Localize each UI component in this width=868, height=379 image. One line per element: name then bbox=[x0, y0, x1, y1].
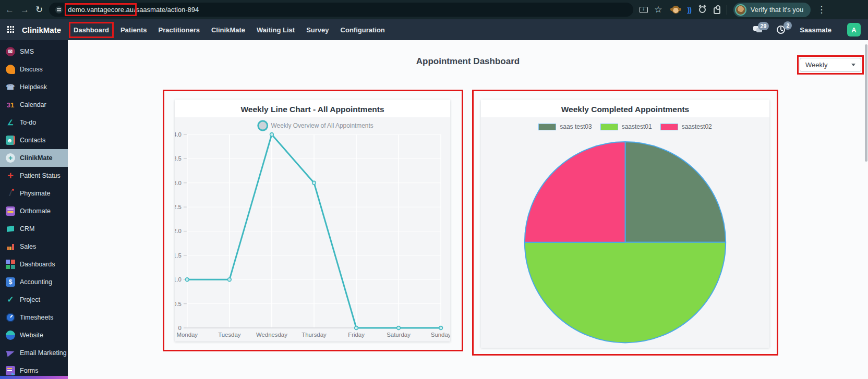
messages-badge: 29 bbox=[758, 22, 769, 30]
legend-swatch bbox=[660, 124, 678, 130]
nav-item-clinikmate[interactable]: ClinikMate bbox=[208, 23, 248, 36]
svg-text:4.0: 4.0 bbox=[175, 131, 182, 138]
sidebar-item-label: CRM bbox=[20, 225, 34, 233]
nav-item-practitioners[interactable]: Practitioners bbox=[155, 23, 203, 36]
sidebar-item-discuss[interactable]: Discuss bbox=[0, 60, 68, 78]
install-icon[interactable] bbox=[640, 7, 648, 13]
sidebar-item-label: Project bbox=[20, 296, 40, 303]
sidebar-item-dashboards[interactable]: Dashboards bbox=[0, 255, 68, 273]
pie-legend: saas test03 saastest01 saastest02 bbox=[481, 117, 769, 132]
sidebar-item-label: Discuss bbox=[20, 66, 43, 73]
legend-item-saas-test03[interactable]: saas test03 bbox=[538, 123, 592, 130]
sales-icon bbox=[6, 242, 15, 251]
pie-slice-saas-test03[interactable] bbox=[625, 142, 726, 242]
project-icon bbox=[6, 295, 15, 304]
sidebar-item-label: Contacts bbox=[20, 137, 45, 144]
back-icon[interactable]: ← bbox=[5, 5, 14, 14]
nav-item-waiting-list[interactable]: Waiting List bbox=[254, 23, 298, 36]
activities-button[interactable]: 2 bbox=[777, 26, 785, 34]
screen: ← → ↻ demo.vantagecore.au/saasmate/actio… bbox=[0, 0, 868, 379]
user-avatar[interactable]: A bbox=[847, 23, 861, 36]
sidebar-item-label: SMS bbox=[20, 48, 34, 55]
accounting-icon bbox=[6, 277, 15, 287]
pie-slice-saastest01[interactable] bbox=[525, 242, 726, 343]
nav-item-dashboard[interactable]: Dashboard bbox=[70, 23, 112, 36]
sidebar-item-website[interactable]: Website bbox=[0, 326, 68, 344]
sidebar-item-label: To-do bbox=[20, 119, 36, 126]
orthomate-icon bbox=[6, 206, 15, 216]
vertical-scrollbar[interactable] bbox=[865, 44, 867, 162]
contacts-icon bbox=[6, 136, 15, 145]
legend-item-saastest02[interactable]: saastest02 bbox=[660, 123, 712, 130]
nav-item-patients[interactable]: Patients bbox=[117, 23, 150, 36]
dashboards-icon bbox=[6, 260, 15, 269]
apps-grid-icon[interactable] bbox=[7, 26, 15, 33]
sidebar-item-physimate[interactable]: Physimate bbox=[0, 185, 68, 202]
sidebar-item-calendar[interactable]: Calendar bbox=[0, 96, 68, 114]
monkey-extension-icon[interactable] bbox=[672, 6, 680, 14]
sidebar-item-email-marketing[interactable]: Email Marketing bbox=[0, 344, 68, 362]
sidebar-item-clinikmate[interactable]: ClinikMate bbox=[0, 149, 68, 167]
sidebar-item-accounting[interactable]: Accounting bbox=[0, 273, 68, 291]
svg-text:Sunday: Sunday bbox=[431, 332, 450, 338]
browser-menu-icon[interactable]: ⋮ bbox=[817, 5, 826, 14]
sidebar-item-label: Helpdesk bbox=[20, 83, 47, 91]
sidebar-item-sms[interactable]: SMS bbox=[0, 43, 68, 60]
svg-text:Friday: Friday bbox=[348, 332, 365, 338]
legend-label: saas test03 bbox=[560, 123, 592, 130]
period-select-annotation-box: Weekly bbox=[797, 55, 864, 75]
sidebar-item-helpdesk[interactable]: Helpdesk bbox=[0, 78, 68, 96]
profile-button[interactable]: Verify that it's you bbox=[733, 3, 811, 17]
sidebar-item-orthomate[interactable]: Orthomate bbox=[0, 202, 68, 220]
sidebar-item-label: Forms bbox=[20, 367, 38, 374]
legend-label: saastest01 bbox=[622, 123, 652, 130]
page-title: Appointment Dashboard bbox=[68, 56, 868, 67]
helpdesk-icon bbox=[6, 82, 15, 92]
forward-icon[interactable]: → bbox=[20, 5, 29, 14]
reload-icon[interactable]: ↻ bbox=[35, 5, 43, 14]
period-select-value: Weekly bbox=[805, 61, 827, 69]
sidebar-item-to-do[interactable]: To-do bbox=[0, 114, 68, 131]
svg-text:Thursday: Thursday bbox=[302, 332, 327, 338]
discuss-icon bbox=[6, 65, 15, 74]
app-name[interactable]: ClinikMate bbox=[22, 26, 61, 34]
extensions-puzzle-icon[interactable] bbox=[714, 7, 720, 14]
alarm-extension-icon[interactable] bbox=[699, 6, 706, 13]
sidebar-item-crm[interactable]: CRM bbox=[0, 220, 68, 238]
clinikmate-icon bbox=[6, 153, 15, 163]
svg-text:1.0: 1.0 bbox=[175, 276, 182, 283]
sidebar-item-patient-status[interactable]: Patient Status bbox=[0, 167, 68, 185]
patient-status-icon bbox=[6, 171, 15, 180]
sidebar-item-label: Timesheets bbox=[20, 314, 53, 321]
sidebar-item-project[interactable]: Project bbox=[0, 291, 68, 309]
legend-label: saastest02 bbox=[682, 123, 712, 130]
sidebar-item-timesheets[interactable]: Timesheets bbox=[0, 309, 68, 326]
signal-extension-icon[interactable]: )) bbox=[688, 6, 691, 14]
svg-text:2.0: 2.0 bbox=[175, 228, 182, 234]
line-chart[interactable]: MondayTuesdayWednesdayThursdayFridaySatu… bbox=[175, 117, 450, 341]
pie-slice-saastest02[interactable] bbox=[525, 142, 625, 242]
pie-chart[interactable] bbox=[481, 132, 769, 348]
url-path: /saasmate/action-894 bbox=[134, 6, 199, 14]
bookmark-star-icon[interactable]: ☆ bbox=[654, 5, 662, 14]
line-chart-card: Weekly Line Chart - All Appointments Mon… bbox=[175, 100, 450, 341]
legend-item-saastest01[interactable]: saastest01 bbox=[600, 123, 652, 130]
period-select[interactable]: Weekly bbox=[800, 58, 861, 72]
address-bar[interactable]: demo.vantagecore.au/saasmate/action-894 bbox=[49, 3, 633, 17]
sidebar-item-label: Sales bbox=[20, 243, 36, 250]
svg-text:3.0: 3.0 bbox=[175, 180, 182, 186]
company-name[interactable]: Saasmate bbox=[800, 26, 831, 34]
nav-item-survey[interactable]: Survey bbox=[303, 23, 332, 36]
messages-button[interactable]: 29 bbox=[753, 26, 762, 33]
apps-sidebar: SMSDiscussHelpdeskCalendarTo-doContactsC… bbox=[0, 40, 68, 379]
sidebar-item-label: Physimate bbox=[20, 190, 50, 197]
nav-item-configuration[interactable]: Configuration bbox=[337, 23, 388, 36]
svg-text:Weekly Overview of All Appoint: Weekly Overview of All Appointments bbox=[271, 122, 373, 129]
url-text: demo.vantagecore.au/saasmate/action-894 bbox=[67, 6, 199, 14]
line-chart-title: Weekly Line Chart - All Appointments bbox=[175, 100, 450, 117]
site-info-icon[interactable] bbox=[55, 6, 63, 14]
profile-avatar bbox=[735, 4, 746, 16]
browser-toolbar: ← → ↻ demo.vantagecore.au/saasmate/actio… bbox=[0, 0, 868, 19]
sidebar-item-sales[interactable]: Sales bbox=[0, 238, 68, 255]
sidebar-item-contacts[interactable]: Contacts bbox=[0, 131, 68, 149]
